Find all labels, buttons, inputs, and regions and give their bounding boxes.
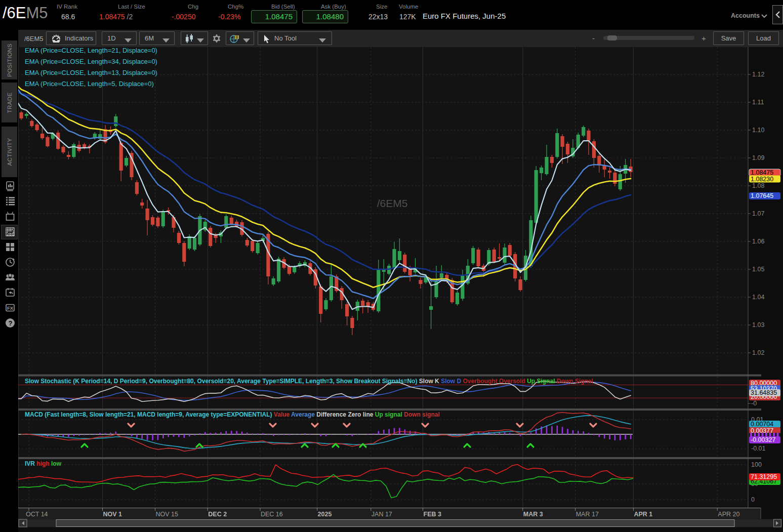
svg-text:1.07: 1.07 [752,210,764,217]
svg-text:1.08: 1.08 [752,182,764,189]
svg-text:1.06: 1.06 [752,238,764,245]
svg-text:MACD (Fast length=8, Slow leng: MACD (Fast length=8, Slow length=21, MAC… [25,411,440,418]
svg-text:DEC 16: DEC 16 [261,511,283,518]
svg-text:/6EM5: /6EM5 [377,197,408,209]
svg-text:FX: FX [7,305,14,311]
svg-text:DEC 2: DEC 2 [208,511,227,518]
svg-text:EMA (Price=CLOSE, Length=21, D: EMA (Price=CLOSE, Length=21, Displace=0) [25,47,157,54]
svg-text:EMA (Price=CLOSE, Length=34, D: EMA (Price=CLOSE, Length=34, Displace=0) [25,58,157,65]
svg-text:1.10: 1.10 [752,127,764,134]
svg-text:1.08230: 1.08230 [751,176,773,183]
svg-text:1.11: 1.11 [752,99,764,106]
svg-text:IVR high low: IVR high low [25,460,62,467]
svg-text:1.03: 1.03 [752,321,764,329]
svg-text:100: 100 [751,461,762,468]
svg-text:NOV 1: NOV 1 [103,511,122,518]
svg-text:EMA (Price=CLOSE, Length=13, D: EMA (Price=CLOSE, Length=13, Displace=0) [25,69,157,76]
svg-text:MAR 3: MAR 3 [523,511,543,518]
svg-text:1.04: 1.04 [752,294,764,301]
svg-text:JAN 17: JAN 17 [372,511,392,518]
svg-text:?: ? [9,319,13,327]
svg-text:1.02: 1.02 [752,349,764,356]
svg-text:-0: -0 [751,400,757,407]
svg-text:0.00704: 0.00704 [751,421,773,428]
svg-text:APR 20: APR 20 [718,511,739,518]
svg-text:APR 1: APR 1 [634,511,652,518]
svg-text:1.09: 1.09 [752,154,764,161]
svg-text:1.12: 1.12 [752,71,764,78]
svg-text:0: 0 [751,496,755,503]
svg-text:OCT 14: OCT 14 [26,511,48,518]
svg-text:Slow Stochastic (K Period=14,: Slow Stochastic (K Period=14, D Period=9… [25,378,593,385]
svg-text:2025: 2025 [318,511,332,518]
svg-text:71.31295: 71.31295 [751,473,777,480]
svg-text:-0.00327: -0.00327 [751,436,775,443]
svg-text:-0.01: -0.01 [751,445,766,452]
svg-text:1.07645: 1.07645 [751,192,773,199]
svg-text:MAR 17: MAR 17 [576,511,599,518]
svg-text:1.05: 1.05 [752,266,764,273]
svg-text:EMA (Price=CLOSE, Length=5, Di: EMA (Price=CLOSE, Length=5, Displace=0) [25,80,154,88]
svg-text:NOV 15: NOV 15 [156,511,179,518]
svg-text:FEB 3: FEB 3 [424,511,441,518]
svg-text:31.64835: 31.64835 [751,389,777,396]
